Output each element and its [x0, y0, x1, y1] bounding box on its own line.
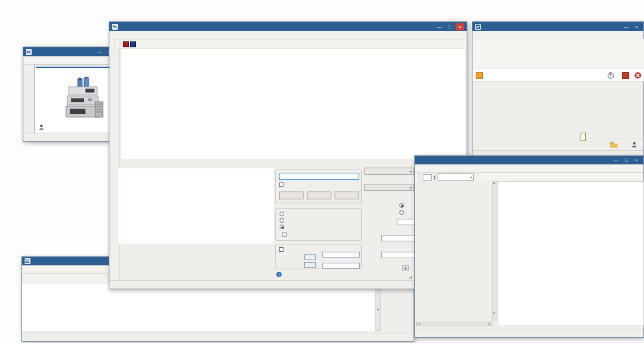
sequence-table[interactable] [22, 283, 381, 331]
instrument-icon [475, 24, 481, 30]
instrument-window[interactable]: — × [472, 21, 644, 159]
minimize-button[interactable]: — [622, 23, 630, 30]
maximize-button[interactable]: □ [445, 23, 454, 30]
calibration-status-bar [415, 329, 643, 337]
instrument-info-rows [472, 82, 644, 136]
instrument-title-bar[interactable]: — × [472, 22, 643, 31]
active-signal-color-1[interactable] [123, 41, 129, 47]
user-icon [39, 124, 44, 130]
sequence-icon [25, 258, 30, 264]
close-button[interactable]: × [632, 157, 641, 164]
minimize-button[interactable]: — [95, 49, 104, 56]
calibration-menu-bar [415, 164, 643, 173]
desktop: — □ × [0, 0, 644, 343]
sequence-vscrollbar[interactable]: ▲▼ [375, 283, 381, 331]
project-folder-icon [610, 142, 617, 148]
amount-field[interactable] [322, 252, 360, 258]
calibration-file-field[interactable] [279, 173, 359, 180]
calibration-plot[interactable] [498, 181, 644, 326]
inj-volume-field[interactable] [322, 263, 360, 269]
response-base-height-radio[interactable] [399, 210, 404, 215]
chromatogram-icon [112, 24, 118, 30]
abort-button[interactable] [634, 72, 641, 79]
calibration-file-group [275, 170, 362, 203]
istd-amount-field[interactable] [381, 235, 417, 241]
chromatogram-title-bar[interactable]: — □ × [109, 22, 467, 31]
all-identified-peaks-radio[interactable] [280, 218, 284, 223]
scale-group [275, 245, 362, 269]
view-button[interactable] [335, 192, 359, 199]
chromatogram-toolbar [109, 39, 467, 49]
minimize-button[interactable]: — [435, 23, 443, 30]
instrument-toolbar [472, 39, 644, 69]
set-button[interactable] [279, 192, 304, 199]
hide-istd-checkbox[interactable] [282, 232, 287, 237]
calibration-property-grid [416, 181, 492, 320]
chromatogram-window[interactable]: — □ × [109, 21, 467, 289]
resize-grip-icon: ◢ [408, 274, 412, 280]
running-bar [472, 69, 644, 82]
calibration-title-bar[interactable]: — □ × [415, 156, 643, 164]
chromatogram-menu-bar [109, 31, 467, 39]
active-signal-color-2[interactable] [130, 41, 136, 47]
chromatogram-plot[interactable] [121, 49, 465, 159]
close-button[interactable]: × [632, 23, 641, 30]
chromatogram-left-toolbar [109, 48, 120, 281]
scale-factor-field[interactable] [304, 254, 316, 260]
instrument-image [60, 77, 106, 120]
chromatogram-status-bar [109, 280, 467, 289]
main-side-toolbar [24, 65, 34, 133]
none-button[interactable] [307, 192, 331, 199]
sequence-status-bar [22, 333, 414, 341]
maximize-button[interactable]: □ [622, 157, 630, 164]
calibration-mode-dropdown[interactable]: ▾ [438, 173, 474, 181]
instrument-footer [472, 138, 644, 150]
app-logo-icon [26, 49, 32, 55]
calibration-grid-hscrollbar[interactable]: ◄► [416, 322, 492, 326]
calculation-dropdown[interactable]: ▾ [364, 168, 414, 175]
all-peaks-radio[interactable] [280, 212, 284, 216]
tooltip-first-sample [581, 133, 586, 141]
result-table[interactable] [118, 168, 274, 244]
user-icon [632, 142, 637, 148]
minimize-button[interactable]: — [612, 157, 620, 164]
report-group [275, 208, 362, 241]
dilution-field[interactable] [381, 252, 417, 258]
close-button[interactable]: × [456, 23, 464, 30]
stop-button[interactable] [622, 72, 629, 79]
open-stored-checkbox[interactable] [279, 183, 283, 187]
integration-dropdown[interactable]: ▾ [364, 184, 414, 191]
compound-index-spinner[interactable] [423, 174, 432, 181]
user-variables-icon: i [276, 272, 282, 277]
calibration-window[interactable]: — □ × ▲▼ ▾ ▲▼ ◄► [414, 155, 644, 338]
use-scale-factor-checkbox[interactable] [279, 247, 283, 252]
units-field[interactable] [304, 262, 316, 268]
calibration-grid-vscrollbar[interactable]: ▲▼ [492, 181, 496, 320]
running-icon [476, 72, 483, 79]
response-base-area-radio[interactable] [399, 203, 404, 208]
user-variables-link[interactable]: i [276, 272, 283, 277]
overlay-dropdown-button[interactable]: ▼ [402, 265, 409, 271]
all-peaks-in-calibration-radio[interactable] [280, 225, 284, 229]
stopwatch-icon [607, 72, 614, 79]
